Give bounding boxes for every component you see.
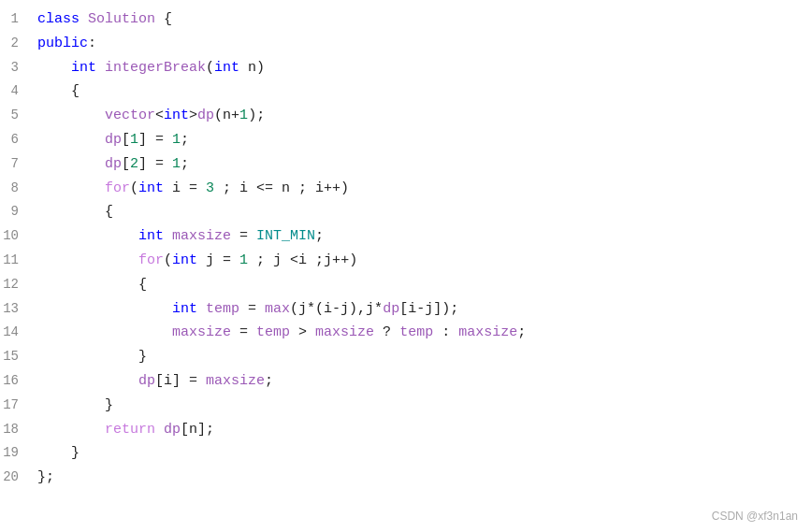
token [37,228,138,244]
code-line: 10 int maxsize = INT_MIN; [0,224,811,249]
token: { [37,204,113,220]
code-line: 3 int integerBreak(int n) [0,56,811,80]
token: int [138,180,164,196]
code-editor: 1class Solution {2public:3 int integerBr… [0,0,811,532]
token: temp [206,301,239,317]
token [37,324,172,340]
token: { [37,83,80,99]
token: dp [105,132,122,148]
code-line: 7 dp[2] = 1; [0,152,811,177]
token: 1 [130,132,138,148]
line-content: maxsize = temp > maxsize ? temp : maxsiz… [34,321,526,345]
token [96,60,105,76]
token: ; [315,228,324,244]
token: ] = [138,132,172,148]
token: 1 [172,132,181,148]
line-content: dp[i] = maxsize; [34,369,273,394]
token: int [138,228,164,244]
code-line: 8 for(int i = 3 ; i <= n ; i++) [0,177,811,201]
token: }; [37,469,54,485]
token: } [37,445,80,461]
line-number: 2 [0,32,34,56]
token: dp [197,108,214,123]
token: dp [138,373,155,389]
token: ? [374,324,399,340]
token: int [164,108,189,123]
token: ( [164,252,172,268]
token: 1 [172,156,181,172]
token: ; [517,324,526,340]
watermark-text: CSDN @xf3n1an [712,510,798,523]
line-number: 20 [0,466,34,490]
token: (j*(i-j),j* [290,301,383,317]
line-content: } [34,394,113,418]
line-number: 5 [0,104,34,128]
code-line: 20}; [0,466,811,490]
line-number: 4 [0,79,34,104]
token: ; i <= n ; i++) [214,180,349,196]
line-number: 14 [0,321,34,345]
token: ; j <i ;j++) [248,252,357,268]
code-line: 15 } [0,345,811,369]
line-content: class Solution { [34,7,172,32]
line-content: public: [34,32,96,56]
token: dp [164,422,181,438]
line-content: }; [34,466,54,490]
line-number: 15 [0,345,34,369]
token: integerBreak [105,60,206,76]
line-content: { [34,273,147,297]
token: int [214,60,239,76]
token: ); [248,108,265,123]
line-content: for(int j = 1 ; j <i ;j++) [34,249,357,273]
token: for [138,252,164,268]
code-line: 5 vector<int>dp(n+1); [0,104,811,128]
token: j = [197,252,239,268]
line-content: int integerBreak(int n) [34,56,265,80]
line-content: { [34,200,113,224]
line-number: 13 [0,297,34,322]
token: maxsize [206,373,265,389]
token: = [231,324,256,340]
token [37,373,138,389]
line-number: 1 [0,7,34,32]
line-number: 18 [0,418,34,442]
token: int [71,60,96,76]
line-content: { [34,79,80,104]
token: vector [105,108,155,123]
code-line: 13 int temp = max(j*(i-j),j*dp[i-j]); [0,297,811,322]
token: { [155,11,172,27]
token [37,301,172,317]
token: } [37,349,147,365]
token: maxsize [315,324,374,340]
token: return [105,422,155,438]
token: } [37,397,113,413]
token: : [88,36,96,51]
line-number: 19 [0,441,34,466]
line-content: for(int i = 3 ; i <= n ; i++) [34,177,349,201]
token: : [433,324,458,340]
line-content: return dp[n]; [34,418,214,442]
line-content: vector<int>dp(n+1); [34,104,265,128]
code-line: 4 { [0,79,811,104]
code-line: 14 maxsize = temp > maxsize ? temp : max… [0,321,811,345]
token: for [105,180,130,196]
token: class [37,11,88,27]
line-number: 8 [0,177,34,201]
token: temp [399,324,433,340]
token: i = [164,180,206,196]
code-line: 16 dp[i] = maxsize; [0,369,811,394]
token: int [172,252,197,268]
token [37,132,105,148]
token [37,108,105,123]
token: 3 [206,180,214,196]
token: ; [181,156,189,172]
token: > [189,108,197,123]
token: public [37,36,88,51]
line-content: dp[1] = 1; [34,128,189,152]
token: 1 [239,108,248,123]
code-line: 2public: [0,32,811,56]
token: = [239,301,265,317]
token: maxsize [172,324,231,340]
token [37,156,105,172]
token: ( [130,180,138,196]
